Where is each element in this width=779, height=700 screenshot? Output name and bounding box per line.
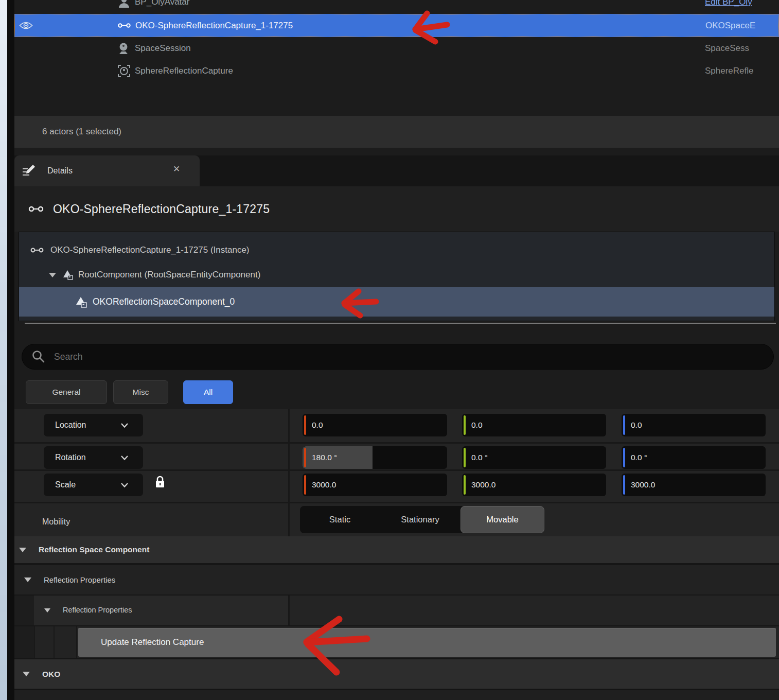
update-reflection-capture-button[interactable]: Update Reflection Capture	[78, 628, 776, 657]
scale-z-field[interactable]: 3000.0	[622, 474, 766, 496]
section-label: Reflection Properties	[44, 575, 115, 584]
component-row-instance[interactable]: OKO-SphereReflectionCapture_1-17275 (Ins…	[19, 238, 774, 262]
filter-label: General	[52, 388, 80, 397]
component-label: OKO-SphereReflectionCapture_1-17275 (Ins…	[50, 245, 250, 255]
section-header-reflection-properties[interactable]: Reflection Properties	[14, 565, 779, 594]
rotation-x-field[interactable]: 180.0 °	[303, 446, 447, 469]
expander-arrow-icon[interactable]	[19, 548, 26, 552]
scale-label: Scale	[55, 480, 76, 489]
rotation-y-field[interactable]: 0.0 °	[462, 446, 606, 469]
component-row-rootcomponent[interactable]: RootComponent (RootSpaceEntityComponent)	[19, 262, 774, 287]
mobility-option-stationary[interactable]: Stationary	[380, 506, 461, 533]
component-label: OKOReflectionSpaceComponent_0	[93, 296, 235, 307]
mobility-option-static[interactable]: Static	[300, 506, 380, 533]
rotation-dropdown-button[interactable]: Rotation	[44, 446, 143, 469]
rotation-z-field[interactable]: 0.0 °	[622, 446, 766, 469]
scale-x-value: 3000.0	[312, 474, 336, 496]
z-axis-color-bar	[623, 415, 625, 435]
details-search-bar[interactable]	[22, 344, 774, 370]
rotation-x-value: 180.0 °	[312, 446, 337, 469]
transform-section: Location 0.0 0.0 0.0 Rotation 180.0 ° 0.…	[14, 409, 779, 536]
mobility-label: Mobility	[42, 517, 70, 527]
outliner-row-oko-spherereflectioncapture[interactable]: OKO-SphereReflectionCapture_1-17275 OKOS…	[14, 14, 779, 37]
filter-label: All	[204, 388, 213, 397]
mobility-option-movable[interactable]: Movable	[461, 506, 544, 533]
filter-label: Misc	[133, 388, 149, 397]
panel-left-border	[7, 0, 14, 700]
indent-divider	[34, 626, 35, 658]
subsection-label: Reflection Properties	[63, 606, 132, 614]
session-camera-icon	[117, 42, 135, 55]
outliner-status-bar: 6 actors (1 selected)	[14, 116, 779, 148]
actor-type: SphereRefle	[705, 66, 754, 76]
z-axis-color-bar	[623, 448, 625, 467]
search-input[interactable]	[53, 351, 672, 363]
expander-arrow-icon[interactable]	[49, 273, 56, 277]
actor-count-status: 6 actors (1 selected)	[42, 127, 121, 137]
details-header: OKO-SphereReflectionCapture_1-17275	[14, 186, 779, 232]
tab-details[interactable]: Details ✕	[14, 155, 200, 186]
scale-y-field[interactable]: 3000.0	[462, 474, 606, 496]
scale-y-value: 3000.0	[471, 474, 495, 496]
outliner-row-spherereflectioncapture[interactable]: SphereReflectionCapture SphereRefle	[14, 60, 779, 82]
scale-x-field[interactable]: 3000.0	[303, 474, 447, 496]
instance-link-icon	[28, 205, 44, 213]
close-icon[interactable]: ✕	[173, 165, 180, 173]
section-header-oko[interactable]: OKO	[14, 659, 779, 689]
expander-arrow-icon[interactable]	[44, 608, 50, 612]
indent-divider	[76, 626, 77, 658]
location-y-value: 0.0	[471, 414, 483, 436]
visibility-eye-icon[interactable]	[19, 21, 40, 30]
location-z-field[interactable]: 0.0	[622, 414, 766, 436]
x-axis-color-bar	[304, 415, 306, 435]
actor-name: SphereReflectionCapture	[135, 66, 233, 76]
panel-divider	[25, 323, 776, 324]
chevron-down-icon	[120, 423, 129, 428]
scale-dropdown-button[interactable]: Scale	[44, 474, 143, 496]
section-header-reflection-space-component[interactable]: Reflection Space Component	[14, 536, 779, 563]
row-divider	[14, 442, 779, 444]
unreal-editor-panels: BP_OlyAvatar Edit BP_Oly OKO-SphereRefle…	[0, 0, 779, 700]
update-button-label: Update Reflection Capture	[101, 637, 204, 647]
person-icon	[117, 0, 135, 9]
location-x-field[interactable]: 0.0	[303, 414, 447, 436]
outliner-row-bp-olyavatar[interactable]: BP_OlyAvatar Edit BP_Oly	[14, 0, 779, 13]
search-icon	[31, 349, 46, 364]
actor-type: SpaceSess	[705, 43, 749, 54]
section-label: Reflection Space Component	[39, 545, 149, 554]
indent-rail	[14, 626, 34, 658]
location-x-value: 0.0	[312, 414, 323, 436]
desktop-edge	[0, 0, 7, 700]
actor-name: SpaceSession	[135, 43, 191, 54]
component-row-okoreflectionspacecomponent[interactable]: OKOReflectionSpaceComponent_0	[19, 287, 774, 317]
outliner-row-spacesession[interactable]: SpaceSession SpaceSess	[14, 37, 779, 60]
filter-button-misc[interactable]: Misc	[113, 380, 168, 404]
details-icon	[21, 164, 36, 178]
section-label: OKO	[42, 670, 60, 679]
location-y-field[interactable]: 0.0	[462, 414, 606, 436]
location-dropdown-button[interactable]: Location	[44, 414, 143, 436]
y-axis-color-bar	[464, 448, 466, 467]
column-divider	[288, 596, 290, 625]
filter-button-general[interactable]: General	[26, 380, 107, 404]
edit-blueprint-link[interactable]: Edit BP_Oly	[705, 0, 752, 7]
filter-button-all[interactable]: All	[183, 380, 233, 404]
lock-icon[interactable]	[154, 475, 166, 488]
sphere-capture-icon	[117, 64, 135, 78]
actor-name: OKO-SphereReflectionCapture_1-17275	[135, 21, 293, 31]
expander-arrow-icon[interactable]	[24, 577, 31, 582]
expander-arrow-icon[interactable]	[23, 672, 30, 676]
instance-link-icon	[30, 247, 44, 254]
selected-actor-title: OKO-SphereReflectionCapture_1-17275	[53, 202, 270, 216]
scale-z-value: 3000.0	[631, 474, 655, 496]
instance-link-icon	[118, 22, 135, 29]
subsection-row-reflection-properties[interactable]: Reflection Properties	[14, 596, 779, 625]
mobility-option-label: Static	[329, 515, 350, 524]
row-divider	[14, 469, 779, 471]
indent-rail	[14, 596, 34, 625]
indent-divider	[54, 626, 55, 658]
tab-label: Details	[47, 166, 73, 176]
z-axis-color-bar	[623, 475, 625, 495]
actor-name: BP_OlyAvatar	[135, 0, 189, 7]
mobility-option-label: Stationary	[401, 515, 439, 524]
